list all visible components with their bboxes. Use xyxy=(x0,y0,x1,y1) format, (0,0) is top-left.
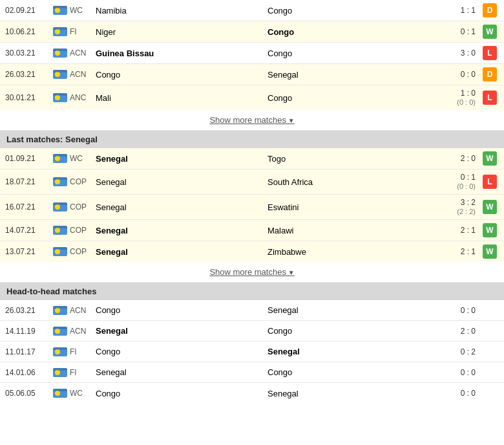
match-row: 18.07.21COPSenegalSouth Africa0 : 1(0 : … xyxy=(0,169,504,195)
match-team1: Senegal xyxy=(96,367,262,377)
match-flag xyxy=(50,389,70,398)
result-badge-w: W xyxy=(483,223,497,237)
match-score: 0 : 0 xyxy=(429,70,481,79)
match-competition: WC xyxy=(70,154,96,163)
match-team1: Senegal xyxy=(96,326,262,336)
flag-icon xyxy=(53,368,67,377)
match-team1: Namibia xyxy=(96,6,262,16)
match-competition: COP xyxy=(70,177,96,186)
match-team2: Congo xyxy=(262,49,429,58)
match-flag xyxy=(50,154,70,163)
match-score: 1 : 1 xyxy=(429,6,481,15)
flag-icon xyxy=(53,247,67,256)
match-team2: Zimbabwe xyxy=(262,247,429,257)
match-competition: ACN xyxy=(70,306,96,315)
flag-icon xyxy=(53,226,67,235)
match-row: 11.01.17FICongoSenegal0 : 2 xyxy=(0,342,504,362)
h2h-section: Head-to-head matches 26.03.21ACNCongoSen… xyxy=(0,283,504,404)
result-badge-l: L xyxy=(483,175,497,189)
flag-icon xyxy=(53,154,67,163)
match-competition: WC xyxy=(70,389,96,398)
match-score: 3 : 2(2 : 2) xyxy=(429,198,481,216)
match-date: 14.11.19 xyxy=(5,327,50,336)
match-result-col: W xyxy=(481,244,499,259)
match-result-col: L xyxy=(481,175,499,189)
senegal-show-more-link[interactable]: Show more matches xyxy=(209,267,294,277)
match-score: 0 : 0 xyxy=(429,306,481,315)
result-badge-d: D xyxy=(483,67,497,81)
match-score: 2 : 0 xyxy=(429,154,481,163)
flag-icon xyxy=(53,27,67,36)
result-badge-w: W xyxy=(483,200,497,214)
match-team1: Guinea Bissau xyxy=(96,49,262,58)
match-score: 1 : 0(0 : 0) xyxy=(429,89,481,107)
match-flag xyxy=(50,327,70,336)
congo-show-more-link[interactable]: Show more matches xyxy=(209,115,294,125)
match-date: 02.09.21 xyxy=(5,6,50,15)
match-result-col: D xyxy=(481,67,499,81)
flag-icon xyxy=(53,202,67,212)
match-date: 01.09.21 xyxy=(5,154,50,163)
match-result-col: W xyxy=(481,25,499,39)
match-team2: Senegal xyxy=(262,389,429,398)
flag-icon xyxy=(53,177,67,186)
match-team2: Congo xyxy=(262,367,429,377)
match-row: 30.03.21ACNGuinea BissauCongo3 : 0L xyxy=(0,43,504,64)
match-row: 30.01.21ANCMaliCongo1 : 0(0 : 0)L xyxy=(0,85,504,110)
congo-show-more-row: Show more matches xyxy=(0,110,504,131)
match-flag xyxy=(50,347,70,356)
senegal-section: Last matches: Senegal 01.09.21WCSenegalT… xyxy=(0,131,504,283)
match-result-col: W xyxy=(481,200,499,214)
match-date: 26.03.21 xyxy=(5,70,50,79)
match-team2: Eswatini xyxy=(262,202,429,212)
senegal-show-more-row: Show more matches xyxy=(0,262,504,283)
match-date: 26.03.21 xyxy=(5,306,50,315)
match-score: 2 : 1 xyxy=(429,247,481,256)
match-team1: Senegal xyxy=(96,247,262,257)
flag-icon xyxy=(53,306,67,315)
match-row: 13.07.21COPSenegalZimbabwe2 : 1W xyxy=(0,241,504,262)
match-score: 0 : 2 xyxy=(429,347,481,356)
match-date: 16.07.21 xyxy=(5,202,50,212)
match-date: 14.07.21 xyxy=(5,226,50,235)
match-date: 30.01.21 xyxy=(5,93,50,102)
match-score: 0 : 0 xyxy=(429,368,481,377)
match-competition: ANC xyxy=(70,93,96,102)
match-competition: ACN xyxy=(70,327,96,336)
congo-matches-section: 02.09.21WCNamibiaCongo1 : 1D10.06.21FINi… xyxy=(0,0,504,131)
match-team1: Senegal xyxy=(96,202,262,212)
match-score: 0 : 0 xyxy=(429,389,481,398)
match-row: 14.11.19ACNSenegalCongo2 : 0 xyxy=(0,321,504,342)
match-row: 14.01.06FISenegalCongo0 : 0 xyxy=(0,362,504,383)
match-team2: Congo xyxy=(262,27,429,37)
match-competition: FI xyxy=(70,27,96,36)
senegal-section-header: Last matches: Senegal xyxy=(0,131,504,148)
match-row: 14.07.21COPSenegalMalawi2 : 1W xyxy=(0,220,504,241)
match-result-col: W xyxy=(481,151,499,166)
match-score: 2 : 0 xyxy=(429,327,481,336)
match-row: 02.09.21WCNamibiaCongo1 : 1D xyxy=(0,0,504,21)
match-date: 11.01.17 xyxy=(5,347,50,356)
match-score: 0 : 1(0 : 0) xyxy=(429,173,481,191)
result-badge-d: D xyxy=(483,3,497,17)
match-row: 16.07.21COPSenegalEswatini3 : 2(2 : 2)W xyxy=(0,195,504,220)
flag-icon xyxy=(53,347,67,356)
match-date: 05.06.05 xyxy=(5,389,50,398)
result-badge-l: L xyxy=(483,46,497,60)
match-team1: Congo xyxy=(96,70,262,80)
match-team2: Congo xyxy=(262,6,429,16)
senegal-match-rows: 01.09.21WCSenegalTogo2 : 0W18.07.21COPSe… xyxy=(0,148,504,262)
match-date: 30.03.21 xyxy=(5,49,50,58)
match-competition: WC xyxy=(70,6,96,15)
match-team1: Mali xyxy=(96,93,262,103)
match-competition: COP xyxy=(70,226,96,235)
flag-icon xyxy=(53,49,67,58)
match-competition: FI xyxy=(70,347,96,356)
match-flag xyxy=(50,202,70,212)
match-competition: ACN xyxy=(70,49,96,58)
match-flag xyxy=(50,6,70,15)
match-flag xyxy=(50,226,70,235)
match-team1: Senegal xyxy=(96,226,262,235)
match-competition: ACN xyxy=(70,70,96,79)
match-team1: Congo xyxy=(96,305,262,315)
